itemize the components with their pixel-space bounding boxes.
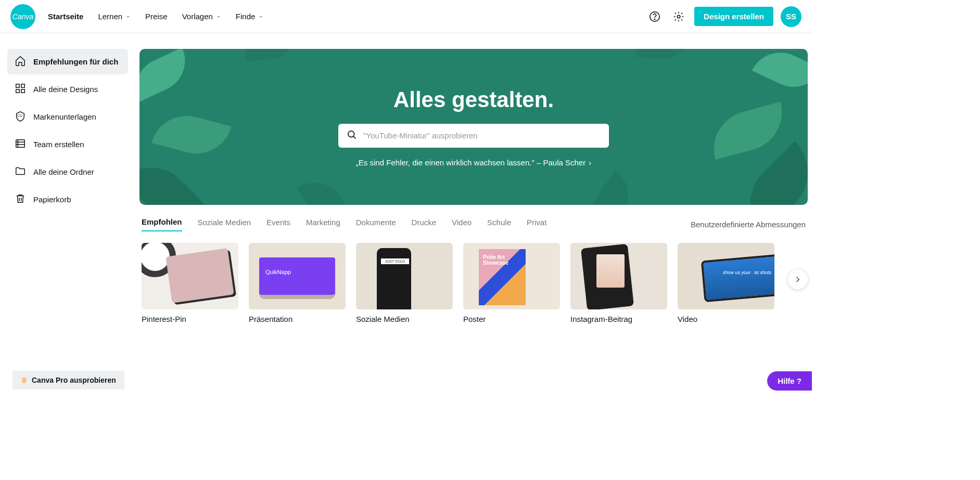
hero-quote-link[interactable]: „Es sind Fehler, die einen wirklich wach… xyxy=(356,158,591,167)
template-card-pin[interactable]: Pinterest-Pin xyxy=(142,243,238,323)
card-label: Video xyxy=(678,315,774,323)
chevron-right-icon: › xyxy=(589,158,591,167)
hero-banner: Alles gestalten. „Es sind Fehler, die ei… xyxy=(139,49,808,205)
card-label: Präsentation xyxy=(249,315,346,323)
sidebar-item-grid[interactable]: Alle deine Designs xyxy=(7,76,128,102)
template-card-poster[interactable]: Poster xyxy=(463,243,560,323)
card-label: Soziale Medien xyxy=(356,315,453,323)
tab-7[interactable]: Schule xyxy=(487,218,511,231)
card-label: Poster xyxy=(463,315,560,323)
tab-2[interactable]: Events xyxy=(266,218,290,231)
nav-label: Preise xyxy=(145,12,168,21)
main-nav: StartseiteLernenPreiseVorlagenFinde xyxy=(48,12,263,21)
sidebar-label: Alle deine Designs xyxy=(33,85,98,94)
svg-rect-6 xyxy=(16,89,19,93)
team-icon xyxy=(15,138,26,151)
brand-icon: CO. xyxy=(15,110,26,123)
folder-icon xyxy=(15,165,26,178)
sidebar-item-folder[interactable]: Alle deine Ordner xyxy=(7,159,128,185)
home-icon xyxy=(15,55,26,68)
nav-label: Finde xyxy=(236,12,256,21)
template-card-insta[interactable]: Instagram-Beitrag xyxy=(570,243,667,323)
card-thumbnail xyxy=(570,243,667,309)
hero-title: Alles gestalten. xyxy=(393,87,554,112)
svg-rect-5 xyxy=(21,84,24,87)
category-tabs: EmpfohlenSoziale MedienEventsMarketingDo… xyxy=(135,205,812,239)
svg-point-2 xyxy=(654,19,655,19)
canva-logo[interactable]: Canva xyxy=(10,4,35,29)
nav-label: Lernen xyxy=(98,12,122,21)
settings-icon[interactable] xyxy=(670,8,687,25)
template-card-video[interactable]: Video xyxy=(678,243,774,323)
carousel-next-button[interactable] xyxy=(788,269,808,289)
sidebar-label: Papierkorb xyxy=(33,195,71,204)
tab-5[interactable]: Drucke xyxy=(412,218,437,231)
pro-button-label: Canva Pro ausprobieren xyxy=(32,376,116,384)
chevron-down-icon xyxy=(216,12,221,21)
nav-label: Startseite xyxy=(48,12,83,21)
tab-1[interactable]: Soziale Medien xyxy=(198,218,251,231)
search-bar[interactable] xyxy=(338,124,609,148)
tab-6[interactable]: Video xyxy=(452,218,472,231)
sidebar: Empfehlungen für dichAlle deine DesignsC… xyxy=(0,33,135,328)
sidebar-label: Empfehlungen für dich xyxy=(33,57,118,66)
search-input[interactable] xyxy=(363,131,601,140)
card-thumbnail xyxy=(356,243,453,309)
svg-text:Canva: Canva xyxy=(12,12,33,21)
trash-icon xyxy=(15,193,26,206)
tab-8[interactable]: Privat xyxy=(527,218,546,231)
create-design-button[interactable]: Design erstellen xyxy=(694,7,773,26)
user-avatar[interactable]: SS xyxy=(781,6,801,27)
nav-label: Vorlagen xyxy=(182,12,213,21)
template-card-pres[interactable]: Präsentation xyxy=(249,243,346,323)
card-thumbnail xyxy=(678,243,774,309)
card-label: Instagram-Beitrag xyxy=(570,315,667,323)
help-icon[interactable] xyxy=(646,8,663,25)
card-thumbnail xyxy=(249,243,346,309)
sidebar-item-home[interactable]: Empfehlungen für dich xyxy=(7,49,128,74)
nav-item-4[interactable]: Finde xyxy=(236,12,264,21)
svg-rect-4 xyxy=(16,84,19,87)
nav-item-0[interactable]: Startseite xyxy=(48,12,83,21)
help-chat-button[interactable]: Hilfe ? xyxy=(767,371,812,391)
sidebar-label: Team erstellen xyxy=(33,140,84,149)
sidebar-item-trash[interactable]: Papierkorb xyxy=(7,187,128,212)
chevron-down-icon xyxy=(258,12,263,21)
sidebar-item-brand[interactable]: CO.Markenunterlagen xyxy=(7,104,128,129)
nav-item-3[interactable]: Vorlagen xyxy=(182,12,221,21)
nav-item-2[interactable]: Preise xyxy=(145,12,168,21)
svg-point-10 xyxy=(348,131,354,137)
svg-point-3 xyxy=(677,15,680,18)
crown-icon: ♛ xyxy=(21,376,28,384)
grid-icon xyxy=(15,83,26,96)
tab-3[interactable]: Marketing xyxy=(306,218,340,231)
search-icon xyxy=(347,129,357,142)
quote-text: „Es sind Fehler, die einen wirklich wach… xyxy=(356,158,586,167)
template-cards: Pinterest-PinPräsentationSoziale MedienP… xyxy=(135,239,812,328)
card-thumbnail xyxy=(463,243,560,309)
sidebar-label: Markenunterlagen xyxy=(33,112,96,121)
sidebar-label: Alle deine Ordner xyxy=(33,167,94,176)
template-card-social[interactable]: Soziale Medien xyxy=(356,243,453,323)
svg-rect-7 xyxy=(21,89,24,93)
card-label: Pinterest-Pin xyxy=(142,315,238,323)
svg-rect-9 xyxy=(16,140,25,148)
sidebar-item-team[interactable]: Team erstellen xyxy=(7,132,128,157)
canva-pro-button[interactable]: ♛ Canva Pro ausprobieren xyxy=(12,371,124,390)
nav-item-1[interactable]: Lernen xyxy=(98,12,131,21)
svg-text:CO.: CO. xyxy=(17,114,23,118)
tab-4[interactable]: Dokumente xyxy=(356,218,396,231)
chevron-down-icon xyxy=(125,12,131,21)
tab-0[interactable]: Empfohlen xyxy=(142,217,182,231)
card-thumbnail xyxy=(142,243,238,309)
custom-dimensions-link[interactable]: Benutzerdefinierte Abmessungen xyxy=(691,220,806,229)
